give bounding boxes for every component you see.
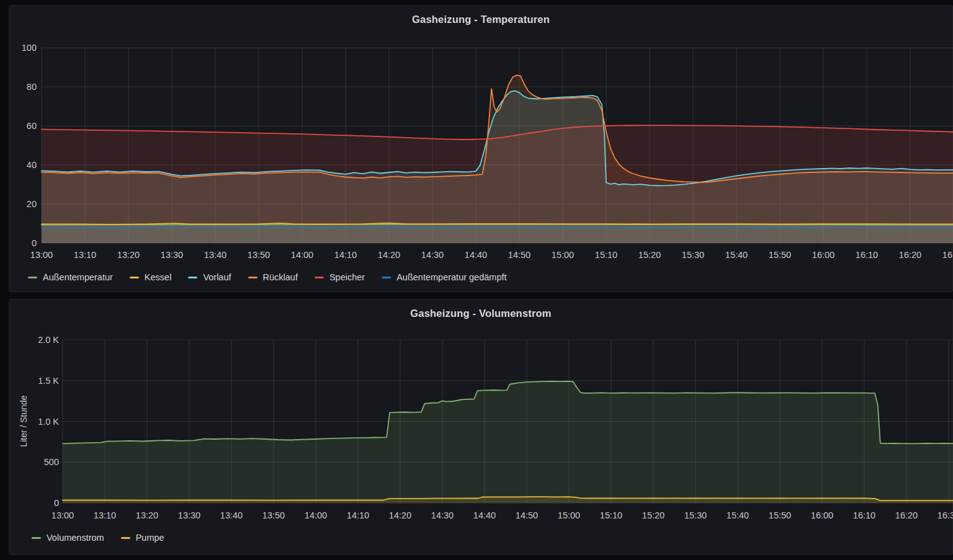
legend-item-r-cklauf[interactable]: Rücklauf [248,272,298,282]
svg-text:13:00: 13:00 [51,510,74,520]
svg-text:16:10: 16:10 [856,250,878,260]
svg-text:14:30: 14:30 [431,510,454,520]
panel-title-volumenstrom[interactable]: Gasheizung - Volumenstrom [9,300,952,319]
legend-swatch-vorlauf [188,277,197,278]
svg-text:13:00: 13:00 [30,250,53,260]
legend-label-pumpe: Pumpe [136,533,164,543]
legend-item-kessel[interactable]: Kessel [130,272,172,282]
panel-volumenstrom: Gasheizung - Volumenstrom 05001.0 K1.5 K… [9,299,953,555]
svg-text:14:10: 14:10 [347,510,369,520]
legend-label-speicher: Speicher [329,272,365,282]
svg-text:13:10: 13:10 [74,250,96,260]
legend-label-r-cklauf: Rücklauf [263,272,298,282]
svg-text:60: 60 [27,121,37,131]
svg-text:80: 80 [27,82,37,92]
svg-text:14:40: 14:40 [473,510,496,520]
legend-label-au-entemperatur-ged-mpft: Außentemperatur gedämpft [396,272,506,282]
svg-text:13:10: 13:10 [94,510,116,520]
svg-text:15:20: 15:20 [642,510,664,520]
panel-title-temperaturen[interactable]: Gasheizung - Temperaturen [9,6,952,25]
svg-text:16:30: 16:30 [937,510,953,520]
legend-item-au-entemperatur[interactable]: Außentemperatur [28,272,113,282]
svg-text:15:00: 15:00 [558,510,580,520]
legend-label-kessel: Kessel [145,272,172,282]
svg-text:0: 0 [32,238,37,248]
legend-swatch-kessel [130,277,139,278]
svg-text:13:40: 13:40 [220,510,243,520]
svg-text:40: 40 [27,160,37,170]
legend-swatch-speicher [315,277,324,278]
svg-text:14:40: 14:40 [465,250,487,260]
svg-text:14:00: 14:00 [291,250,313,260]
svg-text:1.0 K: 1.0 K [38,417,59,427]
svg-text:15:40: 15:40 [727,510,749,520]
svg-text:13:40: 13:40 [204,250,226,260]
svg-text:15:30: 15:30 [684,510,707,520]
svg-text:15:20: 15:20 [638,250,661,260]
svg-text:15:00: 15:00 [552,250,574,260]
volumenstrom-chart[interactable]: 05001.0 K1.5 K2.0 K13:0013:1013:2013:301… [9,334,953,524]
svg-text:14:20: 14:20 [378,250,400,260]
svg-text:15:50: 15:50 [769,250,791,260]
svg-text:13:30: 13:30 [178,510,200,520]
legend-swatch-pumpe [121,537,130,539]
svg-text:14:50: 14:50 [508,250,530,260]
svg-text:14:00: 14:00 [305,510,327,520]
svg-text:0: 0 [54,498,59,508]
svg-text:14:50: 14:50 [516,510,538,520]
svg-text:14:30: 14:30 [421,250,444,260]
svg-text:13:50: 13:50 [248,250,270,260]
svg-text:15:40: 15:40 [725,250,748,260]
panel-temperaturen: Gasheizung - Temperaturen 02040608010013… [9,5,953,292]
legend-label-au-entemperatur: Außentemperatur [43,272,113,282]
svg-text:15:30: 15:30 [682,250,704,260]
legend-item-vorlauf[interactable]: Vorlauf [188,272,231,282]
svg-text:500: 500 [44,457,59,467]
svg-text:16:00: 16:00 [811,510,833,520]
svg-text:2.0 K: 2.0 K [38,335,59,345]
temperature-chart[interactable]: 02040608010013:0013:1013:2013:3013:4013:… [9,40,953,271]
svg-text:16:00: 16:00 [812,250,834,260]
legend-label-volumenstrom: Volumenstrom [47,533,104,543]
legend-swatch-au-entemperatur-ged-mpft [382,277,391,278]
svg-text:14:10: 14:10 [334,250,357,260]
svg-text:1.5 K: 1.5 K [38,376,59,386]
svg-text:15:50: 15:50 [769,510,791,520]
temperature-legend: AußentemperaturKesselVorlaufRücklaufSpei… [28,272,507,282]
svg-text:15:10: 15:10 [600,510,622,520]
svg-text:16:20: 16:20 [899,250,921,260]
grafana-dashboard: { "accent_colors": { "green": "#7EB26D",… [0,0,953,560]
svg-text:16:10: 16:10 [853,510,875,520]
legend-swatch-volumenstrom [32,537,41,539]
legend-item-speicher[interactable]: Speicher [315,272,365,282]
svg-text:16:30: 16:30 [942,250,953,260]
svg-text:14:20: 14:20 [389,510,411,520]
svg-text:13:20: 13:20 [117,250,140,260]
legend-item-au-entemperatur-ged-mpft[interactable]: Außentemperatur gedämpft [382,272,506,282]
svg-text:20: 20 [27,199,37,209]
svg-text:15:10: 15:10 [595,250,617,260]
svg-text:13:30: 13:30 [161,250,183,260]
legend-item-pumpe[interactable]: Pumpe [121,533,164,543]
svg-text:100: 100 [22,43,37,53]
svg-text:Liter / Stunde: Liter / Stunde [19,395,29,447]
legend-swatch-au-entemperatur [28,277,37,278]
svg-text:13:20: 13:20 [136,510,158,520]
legend-label-vorlauf: Vorlauf [203,272,231,282]
legend-item-volumenstrom[interactable]: Volumenstrom [32,533,104,543]
volumenstrom-legend: VolumenstromPumpe [32,533,164,543]
svg-text:16:20: 16:20 [895,510,918,520]
svg-text:13:50: 13:50 [262,510,285,520]
legend-swatch-r-cklauf [248,277,257,278]
